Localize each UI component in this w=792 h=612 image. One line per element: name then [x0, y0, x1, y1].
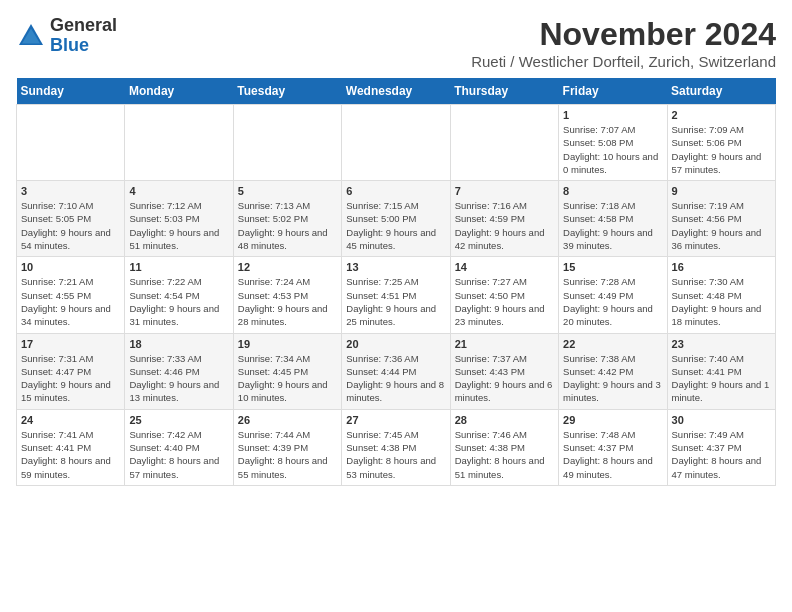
calendar-cell: 8Sunrise: 7:18 AM Sunset: 4:58 PM Daylig… [559, 181, 667, 257]
day-info: Sunrise: 7:40 AM Sunset: 4:41 PM Dayligh… [672, 352, 771, 405]
day-info: Sunrise: 7:16 AM Sunset: 4:59 PM Dayligh… [455, 199, 554, 252]
day-number: 2 [672, 109, 771, 121]
calendar-cell: 12Sunrise: 7:24 AM Sunset: 4:53 PM Dayli… [233, 257, 341, 333]
day-info: Sunrise: 7:18 AM Sunset: 4:58 PM Dayligh… [563, 199, 662, 252]
day-info: Sunrise: 7:45 AM Sunset: 4:38 PM Dayligh… [346, 428, 445, 481]
calendar-cell [125, 105, 233, 181]
calendar-cell: 1Sunrise: 7:07 AM Sunset: 5:08 PM Daylig… [559, 105, 667, 181]
day-number: 7 [455, 185, 554, 197]
day-info: Sunrise: 7:13 AM Sunset: 5:02 PM Dayligh… [238, 199, 337, 252]
day-info: Sunrise: 7:24 AM Sunset: 4:53 PM Dayligh… [238, 275, 337, 328]
day-info: Sunrise: 7:07 AM Sunset: 5:08 PM Dayligh… [563, 123, 662, 176]
day-number: 18 [129, 338, 228, 350]
calendar-cell [233, 105, 341, 181]
day-number: 28 [455, 414, 554, 426]
logo-general: General [50, 16, 117, 36]
day-info: Sunrise: 7:42 AM Sunset: 4:40 PM Dayligh… [129, 428, 228, 481]
header: General Blue November 2024 Rueti / Westl… [16, 16, 776, 70]
day-number: 26 [238, 414, 337, 426]
day-info: Sunrise: 7:48 AM Sunset: 4:37 PM Dayligh… [563, 428, 662, 481]
day-info: Sunrise: 7:15 AM Sunset: 5:00 PM Dayligh… [346, 199, 445, 252]
calendar-cell: 18Sunrise: 7:33 AM Sunset: 4:46 PM Dayli… [125, 333, 233, 409]
calendar-cell: 25Sunrise: 7:42 AM Sunset: 4:40 PM Dayli… [125, 409, 233, 485]
day-info: Sunrise: 7:21 AM Sunset: 4:55 PM Dayligh… [21, 275, 120, 328]
calendar-cell: 22Sunrise: 7:38 AM Sunset: 4:42 PM Dayli… [559, 333, 667, 409]
calendar-cell: 30Sunrise: 7:49 AM Sunset: 4:37 PM Dayli… [667, 409, 775, 485]
calendar-cell: 11Sunrise: 7:22 AM Sunset: 4:54 PM Dayli… [125, 257, 233, 333]
weekday-header-saturday: Saturday [667, 78, 775, 105]
day-info: Sunrise: 7:38 AM Sunset: 4:42 PM Dayligh… [563, 352, 662, 405]
weekday-header-tuesday: Tuesday [233, 78, 341, 105]
logo-text: General Blue [50, 16, 117, 56]
day-number: 20 [346, 338, 445, 350]
calendar-cell: 16Sunrise: 7:30 AM Sunset: 4:48 PM Dayli… [667, 257, 775, 333]
calendar-cell: 23Sunrise: 7:40 AM Sunset: 4:41 PM Dayli… [667, 333, 775, 409]
day-info: Sunrise: 7:30 AM Sunset: 4:48 PM Dayligh… [672, 275, 771, 328]
day-number: 17 [21, 338, 120, 350]
day-number: 30 [672, 414, 771, 426]
calendar-cell [17, 105, 125, 181]
day-info: Sunrise: 7:22 AM Sunset: 4:54 PM Dayligh… [129, 275, 228, 328]
day-number: 22 [563, 338, 662, 350]
calendar-cell: 13Sunrise: 7:25 AM Sunset: 4:51 PM Dayli… [342, 257, 450, 333]
calendar-cell: 20Sunrise: 7:36 AM Sunset: 4:44 PM Dayli… [342, 333, 450, 409]
day-number: 19 [238, 338, 337, 350]
calendar-cell: 17Sunrise: 7:31 AM Sunset: 4:47 PM Dayli… [17, 333, 125, 409]
day-number: 21 [455, 338, 554, 350]
calendar-cell: 10Sunrise: 7:21 AM Sunset: 4:55 PM Dayli… [17, 257, 125, 333]
day-number: 4 [129, 185, 228, 197]
day-number: 9 [672, 185, 771, 197]
day-info: Sunrise: 7:46 AM Sunset: 4:38 PM Dayligh… [455, 428, 554, 481]
day-number: 27 [346, 414, 445, 426]
day-number: 16 [672, 261, 771, 273]
logo-icon [16, 21, 46, 51]
title-area: November 2024 Rueti / Westlicher Dorftei… [471, 16, 776, 70]
day-number: 11 [129, 261, 228, 273]
calendar-cell: 9Sunrise: 7:19 AM Sunset: 4:56 PM Daylig… [667, 181, 775, 257]
calendar-cell: 7Sunrise: 7:16 AM Sunset: 4:59 PM Daylig… [450, 181, 558, 257]
calendar-cell [342, 105, 450, 181]
day-info: Sunrise: 7:19 AM Sunset: 4:56 PM Dayligh… [672, 199, 771, 252]
calendar-cell: 19Sunrise: 7:34 AM Sunset: 4:45 PM Dayli… [233, 333, 341, 409]
day-info: Sunrise: 7:33 AM Sunset: 4:46 PM Dayligh… [129, 352, 228, 405]
day-number: 12 [238, 261, 337, 273]
day-number: 15 [563, 261, 662, 273]
calendar-cell: 28Sunrise: 7:46 AM Sunset: 4:38 PM Dayli… [450, 409, 558, 485]
weekday-header-wednesday: Wednesday [342, 78, 450, 105]
day-info: Sunrise: 7:31 AM Sunset: 4:47 PM Dayligh… [21, 352, 120, 405]
calendar-cell: 14Sunrise: 7:27 AM Sunset: 4:50 PM Dayli… [450, 257, 558, 333]
day-info: Sunrise: 7:09 AM Sunset: 5:06 PM Dayligh… [672, 123, 771, 176]
calendar-week-2: 3Sunrise: 7:10 AM Sunset: 5:05 PM Daylig… [17, 181, 776, 257]
weekday-header-friday: Friday [559, 78, 667, 105]
calendar-week-4: 17Sunrise: 7:31 AM Sunset: 4:47 PM Dayli… [17, 333, 776, 409]
day-number: 24 [21, 414, 120, 426]
calendar-cell: 29Sunrise: 7:48 AM Sunset: 4:37 PM Dayli… [559, 409, 667, 485]
calendar-week-3: 10Sunrise: 7:21 AM Sunset: 4:55 PM Dayli… [17, 257, 776, 333]
day-number: 29 [563, 414, 662, 426]
main-title: November 2024 [471, 16, 776, 53]
calendar-week-1: 1Sunrise: 7:07 AM Sunset: 5:08 PM Daylig… [17, 105, 776, 181]
day-number: 1 [563, 109, 662, 121]
day-info: Sunrise: 7:37 AM Sunset: 4:43 PM Dayligh… [455, 352, 554, 405]
day-number: 3 [21, 185, 120, 197]
day-info: Sunrise: 7:28 AM Sunset: 4:49 PM Dayligh… [563, 275, 662, 328]
day-number: 5 [238, 185, 337, 197]
day-number: 10 [21, 261, 120, 273]
calendar-cell: 2Sunrise: 7:09 AM Sunset: 5:06 PM Daylig… [667, 105, 775, 181]
calendar-table: SundayMondayTuesdayWednesdayThursdayFrid… [16, 78, 776, 486]
day-info: Sunrise: 7:27 AM Sunset: 4:50 PM Dayligh… [455, 275, 554, 328]
day-number: 6 [346, 185, 445, 197]
day-info: Sunrise: 7:44 AM Sunset: 4:39 PM Dayligh… [238, 428, 337, 481]
day-info: Sunrise: 7:36 AM Sunset: 4:44 PM Dayligh… [346, 352, 445, 405]
day-number: 14 [455, 261, 554, 273]
calendar-cell: 15Sunrise: 7:28 AM Sunset: 4:49 PM Dayli… [559, 257, 667, 333]
calendar-cell: 26Sunrise: 7:44 AM Sunset: 4:39 PM Dayli… [233, 409, 341, 485]
day-info: Sunrise: 7:41 AM Sunset: 4:41 PM Dayligh… [21, 428, 120, 481]
day-number: 8 [563, 185, 662, 197]
calendar-cell: 3Sunrise: 7:10 AM Sunset: 5:05 PM Daylig… [17, 181, 125, 257]
subtitle: Rueti / Westlicher Dorfteil, Zurich, Swi… [471, 53, 776, 70]
calendar-cell: 21Sunrise: 7:37 AM Sunset: 4:43 PM Dayli… [450, 333, 558, 409]
weekday-header-sunday: Sunday [17, 78, 125, 105]
day-info: Sunrise: 7:34 AM Sunset: 4:45 PM Dayligh… [238, 352, 337, 405]
calendar-cell: 6Sunrise: 7:15 AM Sunset: 5:00 PM Daylig… [342, 181, 450, 257]
